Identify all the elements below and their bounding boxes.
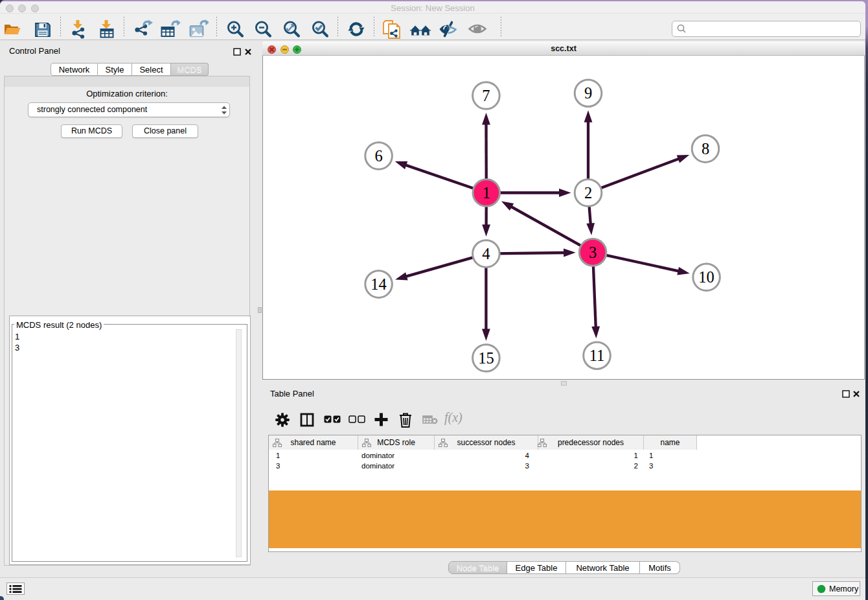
svg-text:14: 14 <box>371 275 387 293</box>
svg-text:15: 15 <box>478 349 494 367</box>
svg-text:10: 10 <box>698 268 714 286</box>
svg-text:7: 7 <box>482 87 490 104</box>
svg-text:2: 2 <box>584 184 592 202</box>
svg-text:1: 1 <box>483 184 490 202</box>
svg-text:3: 3 <box>589 244 597 261</box>
svg-text:8: 8 <box>702 140 709 157</box>
svg-text:9: 9 <box>584 84 592 102</box>
svg-text:11: 11 <box>589 347 605 364</box>
svg-text:4: 4 <box>482 245 490 262</box>
svg-text:6: 6 <box>374 147 382 165</box>
